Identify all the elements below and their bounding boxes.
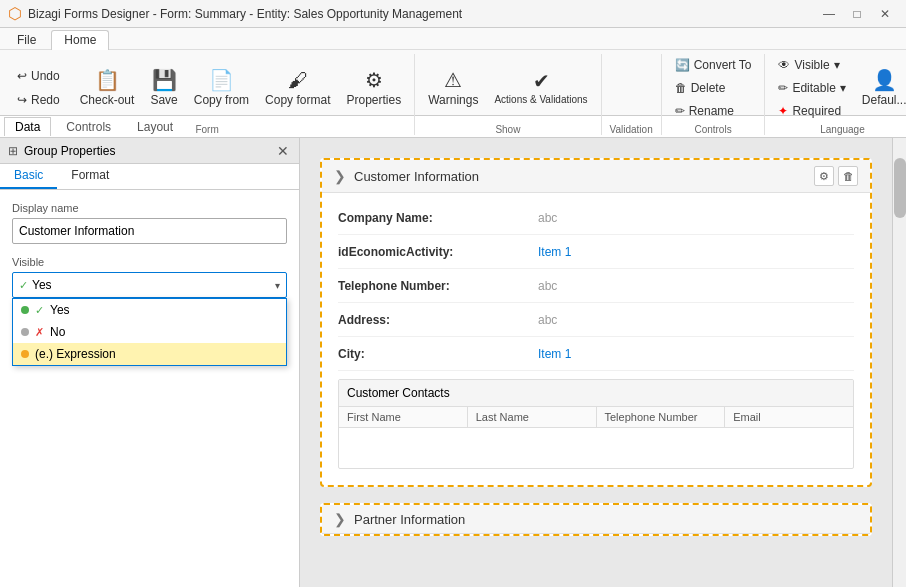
ribbon-group-show-items: ⚠ Warnings ✔ Actions & Validations bbox=[421, 54, 594, 122]
selected-check-icon: ✓ bbox=[19, 279, 28, 292]
visible-button[interactable]: 👁 Visible ▾ bbox=[771, 54, 852, 76]
dropdown-menu: ✓ Yes ✗ No (e.) Expression bbox=[12, 298, 287, 366]
display-name-input[interactable] bbox=[12, 218, 287, 244]
form-row-activity: idEconomicActivity: Item 1 bbox=[338, 235, 854, 269]
activity-label: idEconomicActivity: bbox=[338, 245, 538, 259]
undo-button[interactable]: ↩ Undo bbox=[10, 65, 67, 87]
actions-icon: ✔ bbox=[533, 71, 550, 91]
form-canvas: ❯ Customer Information ⚙ 🗑 Company Name:… bbox=[300, 138, 892, 587]
checkout-icon: 📋 bbox=[95, 70, 120, 90]
show-group-label: Show bbox=[495, 124, 520, 135]
copy-from-button[interactable]: 📄 Copy from bbox=[187, 61, 256, 115]
ribbon-group-controls-items: 🔄 Convert To 🗑 Delete ✏ Rename bbox=[668, 54, 759, 122]
display-name-label: Display name bbox=[12, 202, 287, 214]
tab-layout[interactable]: Layout bbox=[126, 117, 184, 136]
address-label: Address: bbox=[338, 313, 538, 327]
ribbon-group-show: ⚠ Warnings ✔ Actions & Validations Show bbox=[415, 54, 601, 135]
customer-section-body: Company Name: abc idEconomicActivity: It… bbox=[322, 193, 870, 485]
undo-icon: ↩ bbox=[17, 69, 27, 83]
visible-dropdown[interactable]: ✓ Yes ▾ bbox=[12, 272, 287, 298]
partner-collapse-icon[interactable]: ❯ bbox=[334, 511, 346, 527]
ribbon-tab-home[interactable]: Home bbox=[51, 30, 109, 50]
customer-contacts-table: Customer Contacts First Name Last Name T… bbox=[338, 379, 854, 469]
save-icon: 💾 bbox=[152, 70, 177, 90]
editable-button[interactable]: ✏ Editable ▾ bbox=[771, 77, 852, 99]
scrollbar-thumb bbox=[894, 158, 906, 218]
default-button[interactable]: 👤 Defaul... bbox=[855, 61, 906, 115]
panel-body: Display name Visible ✓ Yes ▾ ✓ Yes bbox=[0, 190, 299, 587]
app-logo-icon: ⬡ bbox=[8, 4, 22, 23]
contacts-table-body bbox=[339, 428, 853, 468]
partner-section-title: Partner Information bbox=[354, 512, 858, 527]
activity-value: Item 1 bbox=[538, 245, 571, 259]
title-bar-text: Bizagi Forms Designer - Form: Summary - … bbox=[28, 7, 810, 21]
copy-from-icon: 📄 bbox=[209, 70, 234, 90]
checkout-button[interactable]: 📋 Check-out bbox=[73, 61, 142, 115]
ribbon-tabs: File Home bbox=[0, 28, 906, 50]
save-button[interactable]: 💾 Save bbox=[143, 61, 184, 115]
delete-button[interactable]: 🗑 Delete bbox=[668, 77, 759, 99]
panel-tab-basic[interactable]: Basic bbox=[0, 164, 57, 189]
city-label: City: bbox=[338, 347, 538, 361]
convert-to-button[interactable]: 🔄 Convert To bbox=[668, 54, 759, 76]
city-value: Item 1 bbox=[538, 347, 571, 361]
col-telephone: Telephone Number bbox=[597, 407, 726, 427]
panel-tab-format[interactable]: Format bbox=[57, 164, 123, 189]
phone-value: abc bbox=[538, 279, 557, 293]
default-icon: 👤 bbox=[872, 70, 897, 90]
customer-section-title: Customer Information bbox=[354, 169, 806, 184]
title-bar: ⬡ Bizagi Forms Designer - Form: Summary … bbox=[0, 0, 906, 28]
maximize-button[interactable]: □ bbox=[844, 4, 870, 24]
dropdown-item-no[interactable]: ✗ No bbox=[13, 321, 286, 343]
ribbon-tab-file[interactable]: File bbox=[4, 30, 49, 49]
right-panel: ❯ Customer Information ⚙ 🗑 Company Name:… bbox=[300, 138, 892, 587]
panel-close-button[interactable]: ✕ bbox=[275, 141, 291, 161]
partner-section-header: ❯ Partner Information bbox=[322, 505, 870, 534]
dot-gray-icon bbox=[21, 328, 29, 336]
tab-data[interactable]: Data bbox=[4, 117, 51, 136]
ribbon-group-language-items: 👁 Visible ▾ ✏ Editable ▾ ✦ Required bbox=[771, 54, 906, 122]
customer-section-header: ❯ Customer Information ⚙ 🗑 bbox=[322, 160, 870, 193]
scrollbar[interactable] bbox=[892, 138, 906, 587]
ribbon-group-form-items: ↩ Undo ↪ Redo 📋 Check-out 💾 Save bbox=[6, 54, 408, 122]
convert-icon: 🔄 bbox=[675, 58, 690, 72]
form-row-city: City: Item 1 bbox=[338, 337, 854, 371]
company-name-label: Company Name: bbox=[338, 211, 538, 225]
customer-collapse-icon[interactable]: ❯ bbox=[334, 168, 346, 184]
required-button[interactable]: ✦ Required bbox=[771, 100, 852, 122]
close-button[interactable]: ✕ bbox=[872, 4, 898, 24]
customer-section: ❯ Customer Information ⚙ 🗑 Company Name:… bbox=[320, 158, 872, 487]
delete-icon: 🗑 bbox=[675, 81, 687, 95]
section-gear-button[interactable]: ⚙ bbox=[814, 166, 834, 186]
dropdown-arrow-icon: ▾ bbox=[275, 280, 280, 291]
form-group-label: Form bbox=[195, 124, 218, 135]
required-icon: ✦ bbox=[778, 104, 788, 118]
section-actions: ⚙ 🗑 bbox=[814, 166, 858, 186]
warnings-button[interactable]: ⚠ Warnings bbox=[421, 61, 485, 115]
form-row-address: Address: abc bbox=[338, 303, 854, 337]
language-small-group: 👁 Visible ▾ ✏ Editable ▾ ✦ Required bbox=[771, 54, 852, 122]
properties-button[interactable]: ⚙ Properties bbox=[339, 61, 408, 115]
properties-icon: ⚙ bbox=[365, 70, 383, 90]
copy-format-icon: 🖌 bbox=[288, 70, 308, 90]
actions-button[interactable]: ✔ Actions & Validations bbox=[487, 61, 594, 115]
check-yes-icon: ✓ bbox=[35, 304, 44, 317]
minimize-button[interactable]: — bbox=[816, 4, 842, 24]
address-value: abc bbox=[538, 313, 557, 327]
tab-controls[interactable]: Controls bbox=[55, 117, 122, 136]
visible-label: Visible bbox=[12, 256, 287, 268]
ribbon: File Home ↩ Undo ↪ Redo 📋 Check-o bbox=[0, 28, 906, 116]
rename-button[interactable]: ✏ Rename bbox=[668, 100, 759, 122]
form-row-phone: Telephone Number: abc bbox=[338, 269, 854, 303]
form-row-company: Company Name: abc bbox=[338, 201, 854, 235]
undo-redo-group: ↩ Undo ↪ Redo bbox=[6, 65, 71, 111]
col-last-name: Last Name bbox=[468, 407, 597, 427]
copy-format-button[interactable]: 🖌 Copy format bbox=[258, 61, 337, 115]
x-no-icon: ✗ bbox=[35, 326, 44, 339]
company-name-value: abc bbox=[538, 211, 557, 225]
dropdown-item-yes[interactable]: ✓ Yes bbox=[13, 299, 286, 321]
redo-button[interactable]: ↪ Redo bbox=[10, 89, 67, 111]
validation-group-label: Validation bbox=[610, 124, 653, 135]
dropdown-item-expression[interactable]: (e.) Expression bbox=[13, 343, 286, 365]
section-delete-button[interactable]: 🗑 bbox=[838, 166, 858, 186]
